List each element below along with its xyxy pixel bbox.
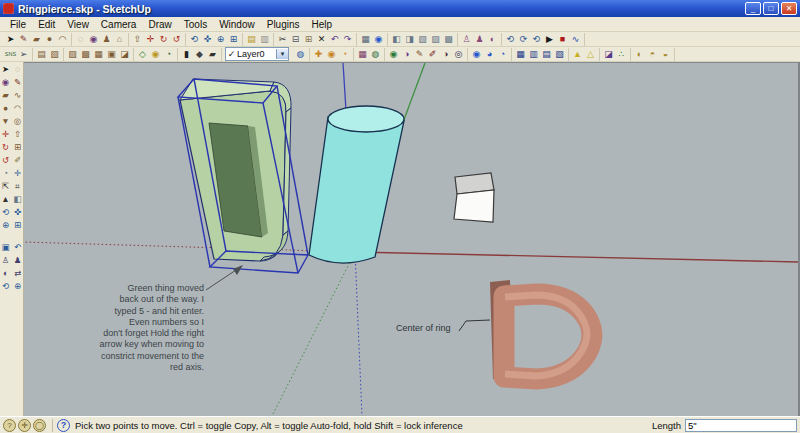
text-tool-icon[interactable]: ⌗ xyxy=(12,180,24,193)
rectangle-tool-icon[interactable]: ▰ xyxy=(30,33,43,45)
zoom-extents-tool-icon[interactable]: ▣ xyxy=(0,241,12,254)
eraser-tool-icon[interactable]: ◌ xyxy=(12,63,24,76)
minimize-button[interactable]: _ xyxy=(745,2,761,15)
zoom-window-tool-icon[interactable]: ⊞ xyxy=(12,219,24,232)
brown-ring[interactable] xyxy=(490,280,592,379)
mesh-2-icon[interactable]: ▣ xyxy=(105,48,118,60)
warning-cone-icon[interactable]: ▲ xyxy=(571,48,584,60)
lock-icon[interactable]: ◉ xyxy=(149,48,162,60)
query-icon[interactable]: ◕ xyxy=(483,48,496,60)
make-component-icon[interactable]: ♟ xyxy=(100,33,113,45)
menu-tools[interactable]: Tools xyxy=(178,19,213,30)
menu-camera[interactable]: Camera xyxy=(95,19,143,30)
menu-file[interactable]: File xyxy=(4,19,32,30)
zoom-extents-tool-icon[interactable]: ⊞ xyxy=(227,33,240,45)
chevron-down-icon[interactable]: ▾ xyxy=(276,49,288,59)
menu-plugins[interactable]: Plugins xyxy=(261,19,306,30)
dark-tool-1-icon[interactable]: ▮ xyxy=(180,48,193,60)
arc-tool-icon[interactable]: ◠ xyxy=(56,33,69,45)
rewind-icon[interactable]: ◎ xyxy=(452,48,465,60)
add-terrain-icon[interactable]: ▤ xyxy=(35,48,48,60)
color-dots-icon[interactable]: ∴ xyxy=(615,48,628,60)
help-orange-icon[interactable]: ◉ xyxy=(325,48,338,60)
previous-view-tool-icon[interactable]: ↶ xyxy=(12,241,24,254)
polygon-tool-icon[interactable]: ▼ xyxy=(0,115,12,128)
xray-mode-icon[interactable]: ▧ xyxy=(416,33,429,45)
length-input[interactable] xyxy=(685,419,797,432)
zoom-tool-icon[interactable]: ⊕ xyxy=(214,33,227,45)
dark-tool-2-icon[interactable]: ◆ xyxy=(193,48,206,60)
dark-tool-3-icon[interactable]: ▰ xyxy=(206,48,219,60)
orbit-tool-icon[interactable]: ⟲ xyxy=(188,33,201,45)
previous-view-icon[interactable]: ▤ xyxy=(245,33,258,45)
menu-edit[interactable]: Edit xyxy=(32,19,61,30)
wireframe-mode-icon[interactable]: ▨ xyxy=(429,33,442,45)
sandbox-from-scratch-icon[interactable]: ➢ xyxy=(17,48,30,60)
zoom-tool-2-icon[interactable]: ⊕ xyxy=(12,280,24,293)
tape-measure-tool-icon[interactable]: ✐ xyxy=(12,154,24,167)
save-purple-icon[interactable]: ▦ xyxy=(356,48,369,60)
menu-view[interactable]: View xyxy=(61,19,95,30)
section-plane-tool-icon[interactable]: ◧ xyxy=(12,193,24,206)
measure-green-icon[interactable]: ◉ xyxy=(387,48,400,60)
circle-tool-icon[interactable]: ● xyxy=(0,102,12,115)
timer-icon[interactable]: ◔ xyxy=(338,48,351,60)
instructor-off-icon[interactable]: ◯ xyxy=(33,419,46,432)
pan-tool-icon[interactable]: ✜ xyxy=(12,206,24,219)
help-blue-icon[interactable]: ◉ xyxy=(470,48,483,60)
move-tool-icon[interactable]: ✛ xyxy=(144,33,157,45)
layer-manager-icon[interactable]: ◍ xyxy=(294,48,307,60)
play-animation-icon[interactable]: ▶ xyxy=(543,33,556,45)
follow-me-tool-icon[interactable]: ↺ xyxy=(0,154,12,167)
shadow-late-icon[interactable]: ◒ xyxy=(659,48,672,60)
eraser-tool-icon[interactable]: ◌ xyxy=(74,33,87,45)
make-group-icon[interactable]: ⌂ xyxy=(113,33,126,45)
restore-button[interactable]: □ xyxy=(763,2,779,15)
position-camera-tool-icon[interactable]: ♙ xyxy=(0,254,12,267)
blue-panel-1-icon[interactable]: ▦ xyxy=(514,48,527,60)
3d-viewport[interactable]: Green thing movedback out of the way. It… xyxy=(24,62,800,416)
model-info-icon[interactable]: ◉ xyxy=(372,33,385,45)
eyedropper-icon[interactable]: ✐ xyxy=(426,48,439,60)
shadow-noon-icon[interactable]: ◓ xyxy=(646,48,659,60)
contrast-icon[interactable]: ◑ xyxy=(439,48,452,60)
look-around-tool-icon[interactable]: ◐ xyxy=(486,33,499,45)
section-cuts-icon[interactable]: ◨ xyxy=(403,33,416,45)
freehand-tool-icon[interactable]: ∿ xyxy=(12,89,24,102)
delete-icon[interactable]: ✕ xyxy=(315,33,328,45)
circle-tool-icon[interactable]: ● xyxy=(43,33,56,45)
close-button[interactable]: ✕ xyxy=(781,2,797,15)
add-person-icon[interactable]: ✚ xyxy=(312,48,325,60)
globe-icon[interactable]: ◍ xyxy=(369,48,382,60)
paint-bucket-tool-icon[interactable]: ◉ xyxy=(87,33,100,45)
axes-tool-icon[interactable]: ✛ xyxy=(12,167,24,180)
orbit-tool-icon[interactable]: ⟲ xyxy=(0,206,12,219)
shadow-early-icon[interactable]: ◐ xyxy=(633,48,646,60)
line-tool-icon[interactable]: ✎ xyxy=(17,33,30,45)
blue-panel-2-icon[interactable]: ▥ xyxy=(527,48,540,60)
stamp-icon[interactable]: ▨ xyxy=(66,48,79,60)
move-tool-icon[interactable]: ✛ xyxy=(0,128,12,141)
push-pull-tool-icon[interactable]: ⇧ xyxy=(131,33,144,45)
scene-previous-icon[interactable]: ⟲ xyxy=(504,33,517,45)
offset-tool-icon[interactable]: ◎ xyxy=(12,115,24,128)
section-plane-icon[interactable]: ◧ xyxy=(390,33,403,45)
purple-square-icon[interactable]: ◪ xyxy=(602,48,615,60)
blue-panel-3-icon[interactable]: ▤ xyxy=(540,48,553,60)
feedback-icon[interactable]: ∿ xyxy=(569,33,582,45)
stopwatch-icon[interactable]: ◔ xyxy=(162,48,175,60)
scene-next-icon[interactable]: ⟲ xyxy=(530,33,543,45)
rotate-tool-icon[interactable]: ↻ xyxy=(157,33,170,45)
next-view-icon[interactable]: ▥ xyxy=(258,33,271,45)
copy-icon[interactable]: ⊟ xyxy=(289,33,302,45)
rotate-tool-icon[interactable]: ↻ xyxy=(0,141,12,154)
select-tool-icon[interactable]: ➤ xyxy=(4,33,17,45)
layer-dropdown[interactable]: ✓ Layer0 ▾ xyxy=(225,47,289,61)
sandbox-badge-icon[interactable]: SNS xyxy=(4,48,17,60)
cut-icon[interactable]: ✂ xyxy=(276,33,289,45)
info-violet-icon[interactable]: ◑ xyxy=(400,48,413,60)
arc-tool-icon[interactable]: ◠ xyxy=(12,102,24,115)
paint-bucket-tool-icon[interactable]: ◉ xyxy=(0,76,12,89)
rectangle-tool-icon[interactable]: ▰ xyxy=(0,89,12,102)
pan-tool-icon[interactable]: ✜ xyxy=(201,33,214,45)
